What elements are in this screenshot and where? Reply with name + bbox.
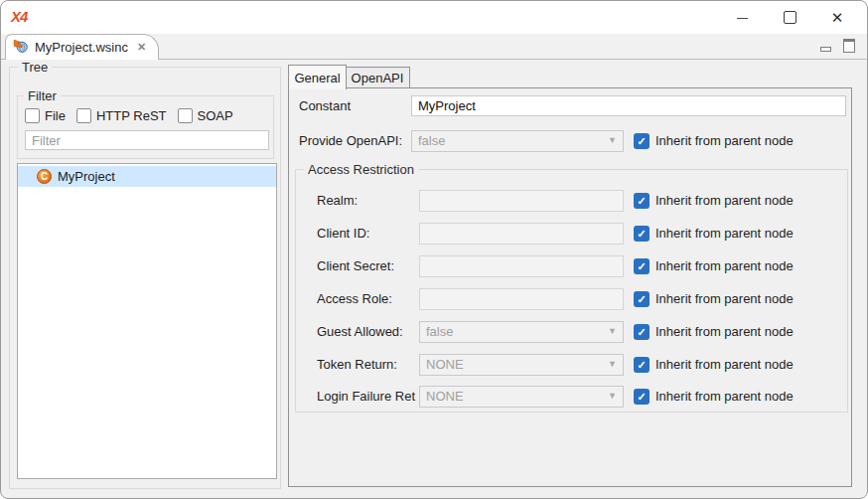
minimize-icon	[737, 18, 748, 19]
access-role-inherit-label: Inherit from parent node	[655, 292, 794, 306]
client-secret-input[interactable]	[419, 255, 624, 277]
window-controls: ✕	[718, 1, 861, 34]
client-id-inherit-checkbox[interactable]: ✓	[634, 226, 650, 242]
view-controls	[820, 39, 855, 53]
access-role-inherit-checkbox[interactable]: ✓	[634, 291, 650, 307]
realm-inherit-checkbox[interactable]: ✓	[634, 193, 650, 209]
chevron-down-icon: ▼	[608, 327, 617, 336]
provide-openapi-inherit-label: Inherit from parent node	[655, 134, 794, 148]
tree-group-label: Tree	[18, 60, 52, 75]
realm-inherit-label: Inherit from parent node	[655, 194, 794, 208]
tab-general-label: General	[294, 71, 340, 85]
tab-openapi[interactable]: OpenAPI	[345, 67, 410, 88]
token-return-label: Token Return:	[317, 358, 397, 372]
provide-openapi-label: Provide OpenAPI:	[299, 134, 402, 148]
guest-allowed-select[interactable]: false ▼	[419, 321, 624, 343]
token-return-select[interactable]: NONE ▼	[419, 354, 624, 376]
access-role-label: Access Role:	[317, 292, 392, 306]
maximize-icon	[784, 11, 796, 24]
guest-allowed-inherit-checkbox[interactable]: ✓	[634, 324, 650, 340]
realm-label: Realm:	[317, 194, 358, 208]
checkbox-icon	[25, 108, 40, 123]
filter-checkbox-soap-label: SOAP	[198, 108, 233, 123]
maximize-view-icon[interactable]	[843, 39, 855, 53]
login-failure-inherit-checkbox[interactable]: ✓	[634, 389, 650, 405]
guest-allowed-value: false	[426, 324, 453, 339]
chevron-down-icon: ▼	[608, 392, 617, 401]
login-failure-value: NONE	[426, 389, 464, 404]
provide-openapi-select[interactable]: false ▼	[411, 130, 624, 152]
checkbox-icon	[178, 108, 193, 123]
token-return-inherit-label: Inherit from parent node	[655, 358, 794, 372]
filter-checkbox-http-rest[interactable]: HTTP ReST	[76, 108, 167, 123]
constant-icon: C	[37, 169, 52, 184]
maximize-button[interactable]	[766, 1, 813, 34]
constant-label: Constant	[299, 99, 351, 113]
client-id-label: Client ID:	[317, 227, 369, 241]
filter-group-label: Filter	[24, 88, 61, 103]
check-icon: ✓	[637, 392, 646, 403]
access-restriction-label: Access Restriction	[304, 162, 418, 177]
login-failure-select[interactable]: NONE ▼	[419, 386, 624, 408]
access-role-input[interactable]	[419, 288, 624, 310]
check-icon: ✓	[637, 136, 646, 147]
check-icon: ✓	[637, 196, 646, 207]
app-window: X4 ✕ MyProject.wsinc ✕ Tree Filter	[0, 0, 868, 499]
editor-tab-title: MyProject.wsinc	[35, 40, 128, 55]
check-icon: ✓	[637, 360, 646, 371]
wsinc-file-icon	[13, 38, 29, 57]
realm-input[interactable]	[419, 190, 624, 212]
login-failure-label: Login Failure Ret	[317, 390, 415, 404]
minimize-view-icon[interactable]	[820, 47, 831, 52]
minimize-button[interactable]	[718, 1, 766, 34]
client-secret-inherit-label: Inherit from parent node	[655, 259, 794, 273]
client-id-input[interactable]	[419, 223, 624, 245]
tab-general[interactable]: General	[288, 65, 347, 89]
check-icon: ✓	[637, 261, 646, 272]
token-return-value: NONE	[426, 357, 464, 372]
tree-item-myproject[interactable]: C MyProject	[18, 166, 276, 187]
tree-item-label: MyProject	[58, 169, 115, 184]
filter-checkbox-file[interactable]: File	[25, 108, 66, 123]
filter-type-checkboxes: File HTTP ReST SOAP	[25, 108, 233, 123]
app-logo: X4	[11, 8, 27, 25]
editor-tab-myproject[interactable]: MyProject.wsinc ✕	[5, 34, 159, 60]
login-failure-inherit-label: Inherit from parent node	[655, 390, 794, 404]
chevron-down-icon: ▼	[608, 360, 617, 369]
project-tree[interactable]: C MyProject	[17, 163, 277, 479]
filter-input[interactable]	[25, 130, 269, 150]
check-icon: ✓	[637, 294, 646, 305]
filter-checkbox-http-rest-label: HTTP ReST	[96, 108, 167, 123]
close-button[interactable]: ✕	[813, 1, 861, 34]
provide-openapi-value: false	[418, 133, 445, 148]
check-icon: ✓	[637, 327, 646, 338]
filter-checkbox-file-label: File	[45, 108, 66, 123]
tab-openapi-label: OpenAPI	[352, 71, 404, 85]
client-id-inherit-label: Inherit from parent node	[655, 227, 794, 241]
token-return-inherit-checkbox[interactable]: ✓	[634, 357, 650, 373]
guest-allowed-label: Guest Allowed:	[317, 325, 403, 339]
chevron-down-icon: ▼	[608, 136, 617, 145]
title-bar: X4 ✕	[1, 1, 867, 34]
editor-tab-close-icon[interactable]: ✕	[137, 41, 146, 54]
client-secret-label: Client Secret:	[317, 259, 394, 273]
check-icon: ✓	[637, 229, 646, 240]
checkbox-icon	[76, 108, 91, 123]
client-secret-inherit-checkbox[interactable]: ✓	[634, 258, 650, 274]
close-icon: ✕	[831, 10, 844, 25]
provide-openapi-inherit-checkbox[interactable]: ✓	[634, 133, 650, 149]
filter-checkbox-soap[interactable]: SOAP	[178, 108, 233, 123]
guest-allowed-inherit-label: Inherit from parent node	[655, 325, 794, 339]
constant-input[interactable]	[411, 95, 846, 116]
